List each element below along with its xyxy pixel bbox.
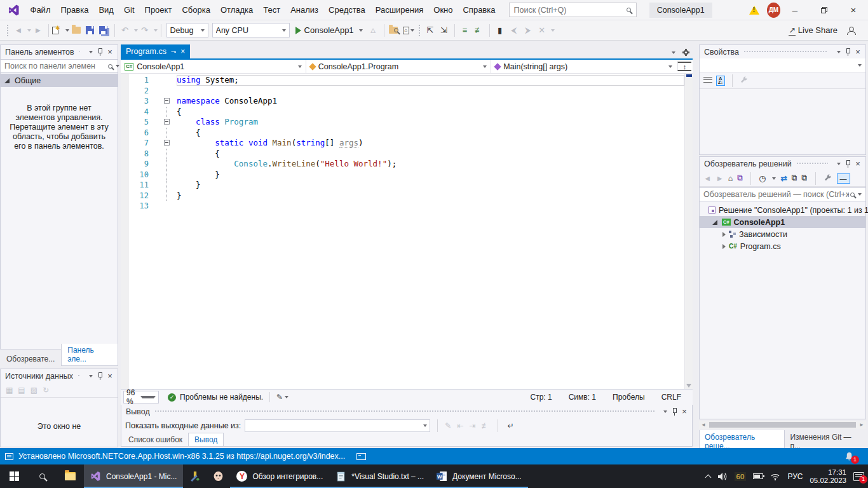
platform-combo[interactable]: Any CPU	[212, 23, 290, 37]
code-line[interactable]: 8 {	[121, 149, 684, 159]
language-indicator[interactable]: РУС	[787, 472, 803, 481]
show-next-statement-icon[interactable]: ⇲	[437, 23, 451, 38]
pin-icon[interactable]	[843, 48, 853, 56]
tree-item[interactable]: C#Program.cs	[700, 240, 865, 252]
menu-item-12[interactable]: Справка	[458, 3, 500, 17]
bookmark-icon[interactable]: ▮	[493, 23, 507, 38]
problems-indicator[interactable]: ✓ Проблемы не найдены.	[168, 393, 263, 402]
menu-item-8[interactable]: Анализ	[285, 3, 323, 17]
close-icon[interactable]: ×	[105, 371, 115, 381]
pin-icon[interactable]	[95, 372, 105, 380]
start-button[interactable]	[0, 464, 28, 488]
code-line[interactable]: 2	[121, 86, 684, 97]
restore-button[interactable]	[810, 0, 839, 20]
navigate-back-icon[interactable]: ◄	[11, 23, 25, 38]
code-line[interactable]: 7 static void Main(string[] args)	[121, 138, 684, 149]
forward-icon[interactable]: ►	[715, 174, 723, 183]
code-line[interactable]: 6 {	[121, 128, 684, 139]
solution-search-input[interactable]	[703, 190, 849, 199]
panel-grip[interactable]	[79, 50, 80, 53]
previous-message-icon[interactable]: ⇤	[457, 421, 463, 430]
switch-views-icon[interactable]: ⧉	[737, 173, 743, 183]
menu-item-7[interactable]: Тест	[258, 3, 285, 17]
feedback-icon[interactable]	[844, 23, 858, 38]
outline-collapse-icon[interactable]	[164, 119, 170, 125]
right-dock-hscrollbar[interactable]: ◄ ►	[699, 421, 866, 429]
next-bookmark-icon[interactable]: ⮞	[521, 23, 535, 38]
properties-object-combo[interactable]	[700, 58, 865, 72]
alphabetical-sort-icon[interactable]: AZ↓	[716, 76, 725, 86]
redo-icon[interactable]: ↷	[138, 23, 152, 38]
toolbar-grip[interactable]	[6, 24, 9, 37]
solution-search[interactable]	[700, 187, 865, 201]
zoom-combo[interactable]: 96 %	[123, 391, 159, 403]
properties-wrench-icon[interactable]	[824, 174, 832, 183]
menu-item-11[interactable]: Окно	[428, 3, 458, 17]
menu-item-10[interactable]: Расширения	[370, 3, 429, 17]
start-debugging-button[interactable]: ConsoleApp1	[292, 23, 367, 38]
menu-item-5[interactable]: Сборка	[177, 3, 215, 17]
code-line[interactable]: 10 }	[121, 170, 684, 180]
code-line[interactable]: 3namespace ConsoleApp1	[121, 96, 684, 107]
tab-0[interactable]: Обозревате...	[0, 352, 61, 366]
code-line[interactable]: 12}	[121, 191, 684, 201]
scrollbar-thumb[interactable]	[709, 422, 856, 428]
output-source-combo[interactable]	[245, 419, 430, 432]
project-dropdown[interactable]: C# ConsoleApp1	[121, 60, 306, 73]
member-dropdown[interactable]: Main(string[] args)	[491, 60, 676, 73]
nest-icon[interactable]: ⧉	[792, 173, 797, 183]
expander-icon[interactable]	[712, 220, 717, 225]
menu-item-1[interactable]: Правка	[55, 3, 93, 17]
close-icon[interactable]: ×	[105, 47, 115, 57]
editor-vertical-scrollbar[interactable]	[684, 74, 693, 389]
avatar[interactable]: ДМ	[767, 3, 780, 18]
configure-data-source-icon[interactable]: ▨	[31, 386, 37, 395]
home-icon[interactable]: ⌂	[728, 174, 733, 183]
split-window-icon[interactable]: ↕	[677, 62, 691, 71]
code-line[interactable]: 4{	[121, 107, 684, 118]
tab-0[interactable]: Список ошибок	[123, 433, 188, 446]
toolbox-search-input[interactable]	[4, 62, 107, 71]
column-indicator[interactable]: Симв: 1	[569, 393, 596, 402]
pin-tab-icon[interactable]: ⊸	[171, 48, 176, 55]
window-position-icon[interactable]	[832, 51, 843, 53]
goto-message-icon[interactable]: ✎	[445, 421, 451, 430]
window-position-icon[interactable]	[659, 410, 669, 413]
code-editor[interactable]: 1using System;23namespace ConsoleApp14{5…	[121, 74, 693, 389]
action-center-icon[interactable]: 1	[853, 472, 864, 481]
navigate-backward-code-icon[interactable]: ⇱	[423, 23, 437, 38]
quick-search-input[interactable]	[513, 6, 625, 15]
toolbox-category-general[interactable]: Общие	[1, 74, 118, 87]
scroll-down-icon[interactable]	[686, 384, 691, 388]
search-options-icon[interactable]	[116, 65, 119, 67]
editor-options-gear-icon[interactable]	[682, 48, 690, 57]
tree-item[interactable]: Зависимости	[700, 228, 865, 240]
console-window-icon[interactable]	[356, 453, 366, 460]
spaces-indicator[interactable]: Пробелы	[613, 393, 645, 402]
line-ending-indicator[interactable]: CRLF	[661, 393, 681, 402]
output-feed-icon[interactable]	[5, 453, 13, 460]
close-icon[interactable]: ×	[679, 407, 689, 416]
scroll-left-icon[interactable]: ◄	[699, 422, 708, 428]
word-wrap-icon[interactable]: ↵	[507, 421, 513, 430]
taskbar-app[interactable]: *Visual Studio.txt – ...	[329, 464, 430, 488]
tree-item[interactable]: C#ConsoleApp1	[700, 216, 865, 228]
clear-all-icon[interactable]: ≢	[481, 421, 489, 430]
file-explorer-icon[interactable]	[56, 464, 84, 488]
code-cleanup-dropdown-icon[interactable]	[285, 396, 288, 398]
taskbar-app[interactable]: WДокумент Microso...	[430, 464, 528, 488]
close-icon[interactable]: ×	[853, 47, 863, 57]
taskbar-app[interactable]: ConsoleApp1 - Mic...	[84, 464, 183, 488]
window-position-icon[interactable]	[85, 51, 95, 53]
back-icon[interactable]: ◄	[703, 174, 711, 183]
expander-icon[interactable]	[722, 232, 726, 237]
minimize-button[interactable]: –	[780, 0, 810, 20]
next-message-icon[interactable]: ⇥	[469, 421, 475, 430]
scroll-right-icon[interactable]: ►	[857, 422, 866, 428]
add-data-source-icon[interactable]: ▦	[6, 386, 13, 395]
open-file-icon[interactable]	[69, 23, 83, 38]
battery-icon[interactable]	[753, 473, 763, 479]
hot-reload-icon[interactable]: 🜂	[367, 23, 381, 38]
code-line[interactable]: 9 Console.WriteLine("Hello World!");	[121, 159, 684, 170]
type-dropdown[interactable]: ConsoleApp1.Program	[306, 60, 492, 73]
